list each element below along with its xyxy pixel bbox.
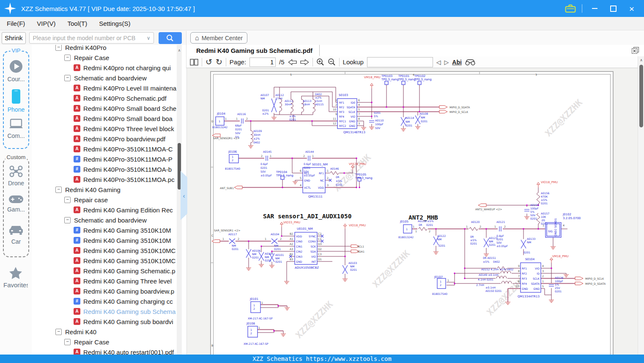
schematic-label: RF1 xyxy=(319,172,324,175)
menu-item[interactable]: Settings(S) xyxy=(99,20,130,27)
collapse-icon[interactable]: − xyxy=(64,197,71,203)
sidebar-item-course[interactable]: Cour... xyxy=(4,59,28,82)
lookup-input[interactable] xyxy=(367,57,433,67)
pdf-viewer[interactable]: XZZ@XZZHKXZZ@XZZHKXZZ@XZZHKXZZ@XZZHKXZZ@… xyxy=(186,68,638,355)
member-center-button[interactable]: ⌂ Member Center xyxy=(190,32,247,44)
tree-file[interactable]: #Redmi K40 Gaming charging cc xyxy=(32,296,177,306)
tree-file[interactable]: ARedmi K40pro not charging qui xyxy=(32,63,177,73)
tree-folder[interactable]: −Redmi K40Pro xyxy=(32,45,177,52)
tree-file[interactable]: ARedmi K40Pro Small board boa xyxy=(32,113,177,124)
sidebar-item-game[interactable]: Gam... xyxy=(4,195,28,213)
collapse-icon[interactable]: − xyxy=(64,75,71,81)
tree-file[interactable]: ARedmi K40 Gaming 3510K10MC xyxy=(32,256,177,266)
close-document-icon[interactable] xyxy=(632,47,639,54)
tree-file[interactable]: ARedmi K40 Gaming boardview.p xyxy=(32,286,177,296)
page-number-input[interactable] xyxy=(249,58,276,67)
collapse-icon[interactable]: − xyxy=(64,55,71,61)
tree-folder[interactable]: −Repair case xyxy=(32,195,177,205)
close-button[interactable]: × xyxy=(625,3,638,14)
zoom-in-icon[interactable] xyxy=(316,58,324,66)
tree-file[interactable]: #Redmi K40 Gaming 3510K10M xyxy=(32,235,177,245)
schematic-label: 0201 xyxy=(541,202,548,205)
tree-file[interactable]: ARedmi K40Pro Three level block xyxy=(32,124,177,134)
title-bar: XZZ Schematics V4.77 [ VIP Due date: 202… xyxy=(0,0,644,17)
tree-file[interactable]: ARedmi K40 Gaming sub Schema xyxy=(32,306,177,316)
schematic-label: 0201 xyxy=(523,251,530,254)
tree-file[interactable]: ARedmi K40Pro Level III maintena xyxy=(32,83,177,93)
schematic-label: 4 xyxy=(542,264,544,267)
tree-file[interactable]: #Redmi K40Pro-3510K11MOA-b xyxy=(32,164,177,174)
tree-file[interactable]: ARedmi K40 Gaming 3510K10MC xyxy=(32,245,177,256)
tree-file[interactable]: ARedmi K40Pro boardview.pdf xyxy=(32,134,177,144)
schematic-label: 2 xyxy=(542,275,544,278)
tree-file[interactable]: ARedmi K40Pro-3510K11MOA-C xyxy=(32,144,177,154)
find-next-icon[interactable]: ▷ xyxy=(444,59,449,66)
menu-item[interactable]: Tool(T) xyxy=(68,20,88,27)
collapse-icon[interactable]: − xyxy=(55,187,62,193)
find-previous-icon[interactable]: ◁ xyxy=(436,59,441,66)
tree-folder[interactable]: −Schematic and boardview xyxy=(32,215,177,225)
sidebar-item-phone[interactable]: Phone xyxy=(4,89,28,113)
schematic-label: A0112 xyxy=(275,94,284,96)
collapse-panel-handle[interactable]: ‹ xyxy=(181,171,187,220)
tree-file[interactable]: ARedmi K40 Gaming Three level xyxy=(32,276,177,286)
tree-file[interactable]: #Redmi K40 Gaming 3510K10M xyxy=(32,225,177,235)
collapse-icon[interactable]: − xyxy=(55,329,62,335)
model-search-input[interactable] xyxy=(30,35,147,41)
collapse-icon[interactable]: − xyxy=(55,45,62,51)
tree-folder[interactable]: −Repair Case xyxy=(32,52,177,63)
tree-folder[interactable]: −Redmi K40 Gaming xyxy=(32,184,177,195)
tree-file[interactable]: ARedmi K40 Gaming Schematic.p xyxy=(32,266,177,276)
vip-briefcase-icon[interactable] xyxy=(565,4,576,13)
previous-page-icon[interactable] xyxy=(288,59,297,66)
schematic-label: C xyxy=(211,234,214,237)
tree-scrollbar-thumb[interactable] xyxy=(178,143,181,190)
sidebar-item-favorites[interactable]: Favorites xyxy=(3,267,28,289)
tree-file[interactable]: ARedmi K40 Gaming Edition Rec xyxy=(32,205,177,215)
rotate-right-icon[interactable]: ↻ xyxy=(216,58,222,66)
schematic-label: S0104 xyxy=(525,258,535,261)
shrink-button[interactable]: Shrink xyxy=(2,32,26,44)
schematic-label: 0.6pF xyxy=(260,162,268,166)
tree-item-label: Redmi K40Pro-3510K11MOA-C xyxy=(83,146,173,153)
tree-folder[interactable]: −Schematic and boardview xyxy=(32,73,177,83)
match-case-icon[interactable]: Abi xyxy=(452,59,462,66)
minimize-button[interactable] xyxy=(588,3,601,14)
binoculars-icon[interactable] xyxy=(465,59,475,66)
menu-item[interactable]: VIP(V) xyxy=(37,20,55,27)
scroll-up-icon[interactable]: ∧ xyxy=(638,58,644,62)
search-button[interactable] xyxy=(159,32,182,44)
rotate-left-icon[interactable]: ↺ xyxy=(206,58,212,66)
tree-file[interactable]: ARedmi K40Pro-3510K11MOA.pc xyxy=(32,174,177,184)
schematic-label: NM xyxy=(527,241,531,244)
schematic-label: MIPI0_D_SDATA xyxy=(449,106,470,109)
viewer-scrollbar[interactable]: ∧ xyxy=(638,56,644,355)
schematic-label: C3 xyxy=(318,253,321,256)
viewer-scrollbar-thumb[interactable] xyxy=(639,65,643,127)
two-page-view-icon[interactable] xyxy=(190,59,198,66)
tree-file[interactable]: ARedmi K40Pro Schematic.pdf xyxy=(32,93,177,103)
schematic-label: J0108 xyxy=(246,322,255,325)
maximize-button[interactable] xyxy=(607,3,619,14)
schematic-label: 3 xyxy=(358,122,360,125)
schematic-label: 2 xyxy=(253,307,255,310)
next-page-icon[interactable] xyxy=(300,59,309,66)
tree-file[interactable]: #Redmi K40Pro-3510K11MOA-P xyxy=(32,154,177,164)
tree-file[interactable]: ARedmi K40 auto restart(001).pdf xyxy=(32,347,177,355)
menu-item[interactable]: File(F) xyxy=(7,20,25,27)
sidebar-item-computer[interactable]: Com... xyxy=(4,118,28,139)
scroll-up-icon[interactable]: ∧ xyxy=(177,48,182,52)
tree-file[interactable]: ARedmi K40 Gaming sub boardvi xyxy=(32,316,177,327)
tree-folder[interactable]: −Repair Case xyxy=(32,337,177,347)
model-search-box[interactable]: ∨ xyxy=(29,32,154,44)
schematic-page[interactable]: XZZ@XZZHKXZZ@XZZHKXZZ@XZZHKXZZ@XZZHKXZZ@… xyxy=(210,71,614,355)
tree-folder[interactable]: −Redmi K40 xyxy=(32,327,177,337)
zoom-out-icon[interactable] xyxy=(328,58,336,66)
tree-file[interactable]: ARedmi K40Pro Small board Sche xyxy=(32,103,177,113)
sidebar-item-drone[interactable]: Drone xyxy=(4,165,28,187)
collapse-icon[interactable]: − xyxy=(64,217,71,223)
document-tab[interactable]: Redmi K40 Gaming sub Schematic.pdf xyxy=(189,45,320,56)
chevron-down-icon[interactable]: ∨ xyxy=(147,35,153,41)
collapse-icon[interactable]: − xyxy=(64,339,71,345)
sidebar-item-car[interactable]: Car xyxy=(4,224,28,245)
